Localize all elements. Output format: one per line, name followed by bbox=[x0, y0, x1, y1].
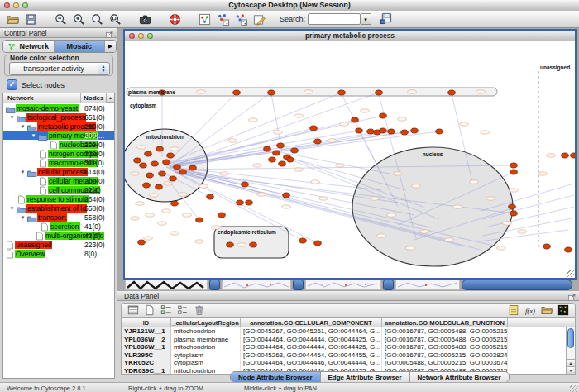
network-node[interactable] bbox=[159, 171, 166, 176]
tree-row-multi-organism-pro[interactable]: multi-organism pro42(0) bbox=[3, 231, 114, 240]
zoom-fit-button[interactable] bbox=[89, 12, 105, 26]
network-label-node[interactable] bbox=[294, 114, 304, 117]
tree-expand-icon[interactable]: ▼ bbox=[18, 124, 27, 129]
network-label-node[interactable] bbox=[294, 168, 304, 171]
network-label-node[interactable] bbox=[195, 240, 204, 243]
tree-row-unassigned[interactable]: unassigned223(0) bbox=[3, 240, 114, 249]
network-label-node[interactable] bbox=[420, 230, 429, 233]
network-node[interactable] bbox=[367, 129, 375, 134]
network-node[interactable] bbox=[277, 143, 285, 148]
tree-row-cell-communicat[interactable]: cell communicat22(0) bbox=[3, 185, 114, 194]
network-node[interactable] bbox=[352, 117, 359, 122]
network-node[interactable] bbox=[196, 218, 203, 222]
network-label-node[interactable] bbox=[445, 238, 454, 241]
network-node[interactable] bbox=[310, 126, 318, 131]
network-label-node[interactable] bbox=[162, 209, 171, 213]
network-label-node[interactable] bbox=[220, 172, 229, 175]
network-node[interactable] bbox=[179, 170, 187, 174]
tree-expand-icon[interactable]: ▼ bbox=[7, 206, 17, 211]
tab-network[interactable]: Network bbox=[3, 41, 55, 52]
background-frame-sliver[interactable] bbox=[305, 280, 381, 290]
search-input[interactable] bbox=[308, 13, 361, 25]
tree-row-nucleobase-[interactable]: nucleobase-209(0) bbox=[3, 140, 114, 149]
network-node[interactable] bbox=[279, 161, 286, 166]
save-floppy-button[interactable] bbox=[22, 12, 39, 26]
tree-row-establishment-of-lo[interactable]: ▼establishment of lo558(0) bbox=[3, 203, 114, 213]
network-label-node[interactable] bbox=[470, 180, 479, 184]
delete-trash-button[interactable] bbox=[192, 304, 207, 317]
network-window-titlebar[interactable]: primary metabolic process bbox=[125, 31, 575, 42]
column-header-empty[interactable] bbox=[508, 318, 567, 327]
network-node[interactable] bbox=[571, 153, 575, 158]
network-label-node[interactable] bbox=[398, 117, 407, 121]
network-label-node[interactable] bbox=[228, 139, 237, 142]
network-node[interactable] bbox=[411, 128, 419, 133]
network-node[interactable] bbox=[156, 146, 164, 151]
column-header-ID[interactable]: ID bbox=[122, 318, 171, 327]
tree-row-response-to-stimulu[interactable]: response to stimulu264(0) bbox=[3, 194, 114, 203]
network-label-node[interactable] bbox=[503, 222, 512, 225]
column-header-annotation.GO CELLULAR_COMPONENT[interactable]: annotation.GO CELLULAR_COMPONENT bbox=[241, 318, 382, 327]
save-badge-button[interactable] bbox=[377, 12, 394, 26]
network-label-node[interactable] bbox=[371, 197, 380, 200]
network-label-node[interactable] bbox=[412, 184, 421, 188]
network-node[interactable] bbox=[356, 128, 363, 133]
open-folder-button[interactable] bbox=[4, 12, 21, 26]
tab-node-attribute-browser[interactable]: Node Attribute Browser bbox=[231, 372, 321, 382]
tree-row-primary-metabo[interactable]: ▼primary metabo209(... bbox=[3, 131, 114, 140]
network-label-node[interactable] bbox=[179, 193, 188, 196]
network-label-node[interactable] bbox=[547, 154, 556, 157]
network-label-node[interactable] bbox=[137, 146, 146, 149]
zoom-out-button[interactable] bbox=[52, 12, 69, 26]
network-node[interactable] bbox=[264, 146, 271, 151]
column-header-annotation.GO MOLECULAR_FUNCTION[interactable]: annotation.GO MOLECULAR_FUNCTION bbox=[382, 318, 508, 327]
network-label-node[interactable] bbox=[199, 184, 208, 188]
network-label-node[interactable] bbox=[486, 197, 495, 200]
table-row-YPL036W__2[interactable]: YPL036W__2plasma membrane[GO:0044464, GO… bbox=[122, 336, 575, 344]
network-node[interactable] bbox=[314, 139, 322, 144]
network-label-node[interactable] bbox=[453, 205, 462, 208]
network-node[interactable] bbox=[170, 176, 177, 181]
frame-scroll-thumb[interactable] bbox=[462, 280, 572, 290]
network-node[interactable] bbox=[207, 194, 214, 199]
network-label-node[interactable] bbox=[170, 147, 179, 151]
network-node[interactable] bbox=[436, 129, 443, 134]
network-label-node[interactable] bbox=[170, 232, 179, 235]
network-node[interactable] bbox=[376, 90, 383, 95]
network-node[interactable] bbox=[145, 151, 152, 156]
network-canvas[interactable]: plasma membrane cytoplasm mitochondrion … bbox=[125, 41, 575, 278]
network-node[interactable] bbox=[156, 184, 163, 189]
scrollbar-thumb[interactable] bbox=[567, 328, 574, 348]
network-node[interactable] bbox=[268, 90, 275, 95]
network-label-node[interactable] bbox=[481, 131, 490, 134]
network-node[interactable] bbox=[562, 153, 569, 158]
tree-row-cellular-process[interactable]: ▼cellular process614(0) bbox=[3, 167, 114, 176]
network-node[interactable] bbox=[237, 200, 244, 205]
network-node[interactable] bbox=[242, 182, 249, 187]
network-node[interactable] bbox=[388, 129, 395, 134]
network-label-node[interactable] bbox=[158, 222, 167, 225]
network-node[interactable] bbox=[246, 200, 253, 205]
network-label-node[interactable] bbox=[406, 246, 415, 250]
tab-mosaic[interactable]: Mosaic bbox=[55, 41, 106, 52]
frame-divider[interactable] bbox=[209, 280, 220, 290]
network-label-node[interactable] bbox=[311, 180, 320, 184]
network-node[interactable] bbox=[543, 244, 551, 249]
network-node[interactable] bbox=[138, 240, 146, 245]
scroll-up-button[interactable]: ▲ bbox=[567, 359, 575, 366]
network-node[interactable] bbox=[218, 213, 226, 218]
network-node[interactable] bbox=[250, 242, 257, 247]
network-node[interactable] bbox=[509, 204, 516, 209]
tree-row-nitrogen-compo[interactable]: nitrogen compo209(0) bbox=[3, 149, 114, 158]
tree-expand-icon[interactable]: ▼ bbox=[7, 115, 17, 120]
network-node[interactable] bbox=[283, 193, 290, 198]
tab-network-attribute-browser[interactable]: Network Attribute Browser bbox=[410, 372, 509, 382]
notes-button[interactable] bbox=[506, 304, 521, 317]
tree-row-metabolic-process[interactable]: ▼metabolic process280(0) bbox=[3, 122, 114, 131]
network-node[interactable] bbox=[401, 130, 409, 135]
table-row-YPL036W__1[interactable]: YPL036W__1mitochondrion[GO:0044464, GO:0… bbox=[122, 343, 575, 351]
tree-expand-icon[interactable]: ▼ bbox=[29, 133, 38, 138]
column-header-_cellularLayoutRegion[interactable]: _cellularLayoutRegion bbox=[171, 318, 241, 327]
network-label-node[interactable] bbox=[249, 118, 258, 122]
tree-row-biological-process[interactable]: ▼biological_process651(0) bbox=[3, 112, 114, 122]
